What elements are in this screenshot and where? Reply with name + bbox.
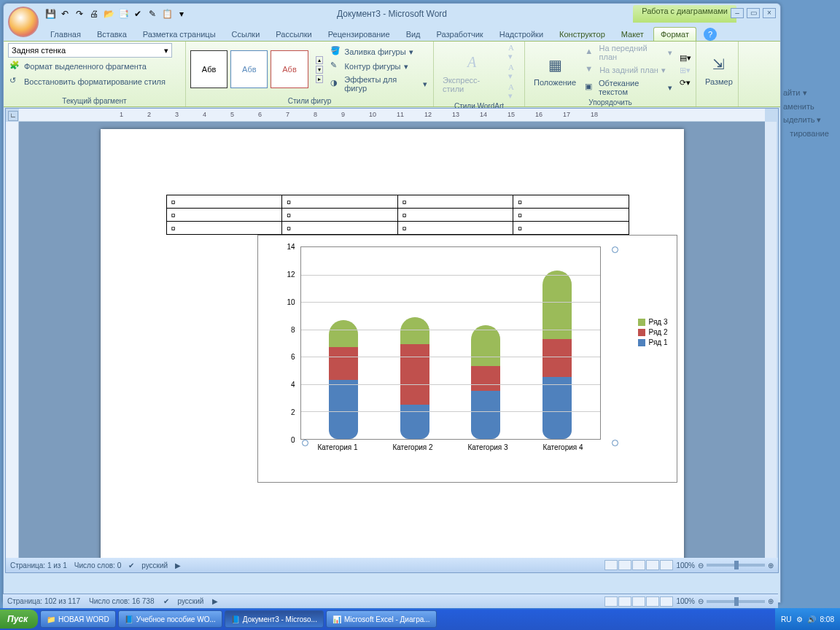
- vertical-scrollbar[interactable]: [765, 122, 777, 559]
- tab-Рецензирование[interactable]: Рецензирование: [322, 28, 397, 41]
- qat-button[interactable]: 💾: [44, 7, 57, 20]
- word-count[interactable]: Число слов: 16 738: [89, 597, 155, 605]
- legend-item[interactable]: Ряд 1: [638, 338, 668, 346]
- page-status[interactable]: Страница: 102 из 117: [7, 597, 80, 605]
- help-button[interactable]: ?: [704, 28, 717, 41]
- tab-selector[interactable]: ∟: [8, 111, 18, 121]
- print-layout-view[interactable]: [604, 560, 618, 570]
- qat-button[interactable]: ✎: [146, 7, 159, 20]
- tray-icon[interactable]: 🔊: [807, 615, 816, 623]
- zoom-level[interactable]: 100%: [676, 561, 695, 569]
- restore-button[interactable]: ▭: [747, 8, 760, 18]
- tab-Конструктор[interactable]: Конструктор: [553, 28, 612, 41]
- legend-item[interactable]: Ряд 3: [638, 318, 668, 326]
- bar-Категория 2[interactable]: [400, 317, 429, 439]
- selection-handle[interactable]: [612, 246, 618, 253]
- gallery-more-button[interactable]: ▸: [316, 75, 323, 83]
- bar-Категория 3[interactable]: [471, 325, 500, 439]
- word-count[interactable]: Число слов: 0: [74, 561, 121, 569]
- zoom-in-button[interactable]: ⊕: [768, 561, 774, 569]
- start-button[interactable]: Пуск: [0, 610, 38, 629]
- v1[interactable]: [604, 596, 618, 607]
- shape-style-1[interactable]: Абв: [190, 50, 228, 88]
- tray-icon[interactable]: ⚙: [796, 615, 803, 623]
- qat-button[interactable]: 📂: [102, 7, 115, 20]
- document-table[interactable]: ¤¤¤¤ ¤¤¤¤ ¤¤¤¤: [166, 195, 629, 235]
- close-button[interactable]: ×: [763, 8, 776, 18]
- outline-view[interactable]: [646, 560, 659, 570]
- page-status[interactable]: Страница: 1 из 1: [10, 561, 67, 569]
- shape-effects-button[interactable]: ◑Эффекты для фигур ▾: [329, 74, 429, 93]
- qat-button[interactable]: 📋: [160, 7, 174, 20]
- bar-Категория 1[interactable]: [329, 320, 358, 439]
- minimize-button[interactable]: –: [731, 8, 744, 18]
- fullscreen-view[interactable]: [618, 560, 631, 570]
- system-tray[interactable]: RU ⚙ 🔊 8:08: [775, 608, 840, 630]
- macro-icon[interactable]: ▶: [212, 597, 218, 605]
- taskbar-button[interactable]: 📘Документ3 - Microso...: [225, 610, 324, 628]
- v5[interactable]: [660, 596, 673, 607]
- legend-item[interactable]: Ряд 2: [638, 328, 668, 336]
- format-selection-button[interactable]: 🧩Формат выделенного фрагмента: [8, 60, 181, 73]
- web-view[interactable]: [632, 560, 645, 570]
- shape-style-3[interactable]: Абв: [271, 50, 308, 88]
- office-button[interactable]: [8, 7, 39, 37]
- shape-outline-button[interactable]: ✎Контур фигуры ▾: [329, 60, 429, 73]
- selection-handle[interactable]: [612, 440, 618, 446]
- tab-Рассылки[interactable]: Рассылки: [269, 28, 318, 41]
- gallery-down-button[interactable]: ▾: [316, 66, 323, 74]
- zoom-out-button[interactable]: ⊖: [698, 561, 704, 569]
- bar-Категория 4[interactable]: [542, 271, 572, 439]
- v2[interactable]: [618, 596, 631, 607]
- document-area[interactable]: ¤¤¤¤ ¤¤¤¤ ¤¤¤¤ 02468101214 Категория 1Ка…: [19, 122, 765, 559]
- zoom-level[interactable]: 100%: [676, 597, 695, 605]
- position-button[interactable]: ▦ Положение: [529, 52, 580, 88]
- tab-Надстройки[interactable]: Надстройки: [493, 28, 550, 41]
- select-button[interactable]: ыделить ▾: [782, 113, 837, 127]
- qat-button[interactable]: 🖨: [88, 7, 101, 20]
- find-button[interactable]: айти ▾: [782, 86, 837, 100]
- text-wrap-button[interactable]: ▣Обтекание текстом ▾: [583, 78, 674, 97]
- tab-Формат[interactable]: Формат: [653, 27, 696, 41]
- spellcheck-icon[interactable]: ✔: [128, 561, 134, 569]
- tab-Макет[interactable]: Макет: [615, 28, 650, 41]
- plot-area[interactable]: 02468101214 Категория 1Категория 2Катего…: [280, 246, 601, 458]
- rotate-button[interactable]: ⟳▾: [680, 78, 691, 88]
- tab-Вставка[interactable]: Вставка: [90, 28, 133, 41]
- qat-button[interactable]: ✔: [131, 7, 144, 20]
- chart-object[interactable]: 02468101214 Категория 1Категория 2Катего…: [257, 235, 677, 483]
- chart-legend[interactable]: Ряд 3Ряд 2Ряд 1: [638, 316, 668, 349]
- qat-button[interactable]: ↶: [58, 7, 71, 20]
- qat-button[interactable]: 📑: [117, 7, 130, 20]
- tab-Вид[interactable]: Вид: [400, 28, 427, 41]
- language-status[interactable]: русский: [178, 597, 204, 605]
- qat-button[interactable]: ▾: [175, 7, 188, 20]
- shape-fill-button[interactable]: 🪣Заливка фигуры ▾: [329, 45, 429, 58]
- zoom-slider[interactable]: [707, 564, 765, 567]
- clock[interactable]: 8:08: [820, 615, 834, 623]
- qat-button[interactable]: ↷: [73, 7, 86, 20]
- spellcheck-icon[interactable]: ✔: [163, 597, 169, 605]
- zoom-in-button[interactable]: ⊕: [768, 597, 774, 605]
- shape-style-2[interactable]: Абв: [230, 50, 268, 88]
- size-button[interactable]: ⇲ Размер: [701, 51, 737, 88]
- v3[interactable]: [632, 596, 645, 607]
- vertical-ruler[interactable]: [6, 122, 19, 559]
- language-status[interactable]: русский: [141, 561, 168, 569]
- zoom-out-button[interactable]: ⊖: [698, 597, 704, 605]
- draft-view[interactable]: [660, 560, 673, 570]
- tab-Главная[interactable]: Главная: [44, 28, 88, 41]
- macro-icon[interactable]: ▶: [175, 561, 181, 569]
- align-button[interactable]: ▤▾: [680, 53, 691, 63]
- tab-Разработчик[interactable]: Разработчик: [430, 28, 490, 41]
- reset-style-button[interactable]: ↺Восстановить форматирование стиля: [8, 75, 181, 88]
- tray-icon[interactable]: RU: [781, 615, 791, 623]
- shape-element-combo[interactable]: Задняя стенка▾: [8, 43, 172, 58]
- tab-Ссылки[interactable]: Ссылки: [225, 28, 267, 41]
- replace-button[interactable]: аменить: [782, 100, 837, 113]
- gallery-up-button[interactable]: ▴: [316, 56, 323, 64]
- tab-Разметка страницы[interactable]: Разметка страницы: [136, 28, 222, 41]
- horizontal-ruler[interactable]: 123456789101112131415161718: [19, 109, 765, 122]
- v4[interactable]: [646, 596, 659, 607]
- taskbar-button[interactable]: 📊Microsoft Excel - Диагра...: [326, 610, 437, 628]
